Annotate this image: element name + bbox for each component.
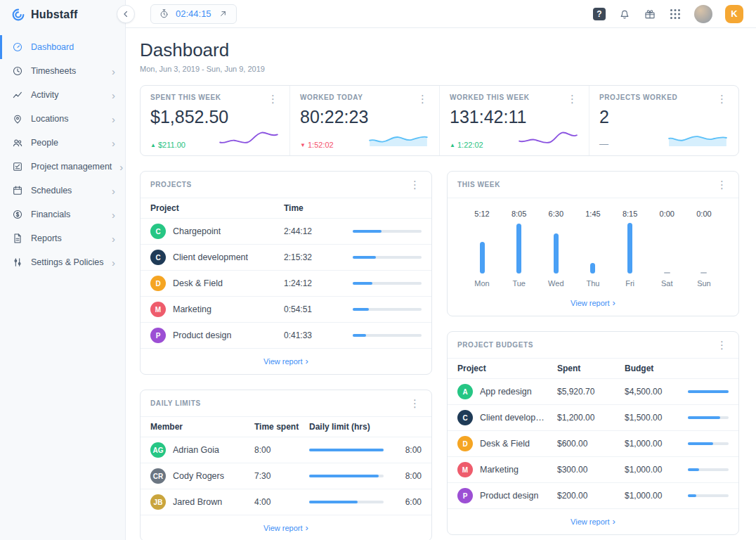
project-time: 0:41:33 [284,330,347,340]
member-row-adrian-goia[interactable]: AGAdrian Goia8:008:00 [141,437,431,463]
chevron-right-icon: › [306,523,308,532]
gift-icon[interactable] [644,8,656,20]
bar-value-label: 1:45 [585,210,600,218]
dashboard-content: Dashboard Mon, Jun 3, 2019 - Sun, Jun 9,… [126,28,756,540]
sidebar-item-timesheets[interactable]: Timesheets› [0,59,125,83]
budget-row-product-design[interactable]: PProduct design$200.00$1,000.00 [448,483,738,509]
locations-icon [12,113,23,124]
project-row-chargepoint[interactable]: CChargepoint2:44:12 [141,219,431,245]
chevron-right-icon: › [112,66,115,77]
this-week-card-menu-icon[interactable]: ⋮ [715,179,729,190]
project-management-icon [12,161,23,172]
progress-bar [309,475,384,477]
project-time: 0:54:51 [284,304,347,314]
budgets-view-report-link[interactable]: View report› [448,509,738,534]
item-name: Desk & Field [173,278,223,288]
chevron-right-icon: › [112,138,115,148]
organization-avatar[interactable]: K [725,5,743,23]
sidebar-item-schedules[interactable]: Schedules› [0,179,125,202]
sparkline-chart [367,129,429,149]
dashboard-icon [12,41,23,53]
topbar-actions: ? K [593,5,743,23]
avatar: D [457,436,473,451]
week-bar-thu: 1:45Thu [581,210,605,288]
week-bar-fri: 8:15Fri [618,210,642,288]
member-row-jared-brown[interactable]: JBJared Brown4:006:00 [141,489,431,515]
avatar: A [457,384,473,399]
progress-bar [688,468,729,471]
sidebar-item-locations[interactable]: Locations› [0,107,125,131]
budget-row-desk-field[interactable]: DDesk & Field$600.00$1,000.00 [448,431,738,457]
stat-menu-icon[interactable]: ⋮ [566,94,579,104]
stat-value: 131:42:11 [450,107,579,127]
daily-limits-view-report-link[interactable]: View report› [141,515,431,540]
projects-card-menu-icon[interactable]: ⋮ [408,179,422,190]
member-row-cody-rogers[interactable]: CRCody Rogers7:308:00 [141,463,431,489]
sidebar-item-financials[interactable]: Financials› [0,202,125,226]
avatar: C [150,224,166,239]
sidebar-item-dashboard[interactable]: Dashboard [0,35,125,59]
stat-projects-worked: PROJECTS WORKED⋮2— [589,86,738,155]
stat-menu-icon[interactable]: ⋮ [715,94,729,104]
stat-label: SPENT THIS WEEK [150,94,221,101]
projects-view-report-link[interactable]: View report› [141,349,431,374]
financials-icon [12,209,23,220]
spent-value: $200.00 [557,491,619,501]
project-time: 1:24:12 [284,278,347,288]
daily-limits-card-menu-icon[interactable]: ⋮ [408,398,422,409]
sidebar-item-people[interactable]: People› [0,131,125,155]
day-label: Sun [697,279,711,288]
col-member: Member [150,422,249,432]
stat-delta: ▲ 1:22:02 [450,141,483,149]
project-row-marketing[interactable]: MMarketing0:54:51 [141,297,431,323]
spent-value: $300.00 [557,465,619,475]
project-row-product-design[interactable]: PProduct design0:41:33 [141,323,431,349]
projects-table-header: Project Time [141,198,431,219]
budget-row-marketing[interactable]: MMarketing$300.00$1,000.00 [448,457,738,483]
budget-value: $4,500.00 [625,387,682,397]
day-label: Fri [625,279,634,288]
project-row-desk-field[interactable]: DDesk & Field1:24:12 [141,271,431,297]
user-avatar[interactable] [694,5,712,23]
sidebar-item-activity[interactable]: Activity› [0,83,125,107]
bar-value-label: 0:00 [660,210,674,218]
project-row-client-development[interactable]: CClient development2:15:32 [141,245,431,271]
budget-row-app-redesign[interactable]: AApp redesign$5,920.70$4,500.00 [448,379,738,405]
project-budgets-card-menu-icon[interactable]: ⋮ [715,340,729,350]
chevron-right-icon: › [112,90,115,101]
sidebar: Hubstaff DashboardTimesheets›Activity›Lo… [0,0,126,540]
open-timer-icon[interactable] [218,8,228,19]
daily-limit-value: 6:00 [389,497,422,507]
notifications-bell-icon[interactable] [618,8,631,20]
progress-bar [353,282,422,285]
sidebar-item-project-management[interactable]: Project management› [0,155,125,179]
sidebar-collapse-button[interactable] [117,5,135,23]
help-button[interactable]: ? [593,8,606,20]
budget-row-client-development[interactable]: CClient development$1,200.00$1,500.00 [448,405,738,431]
this-week-view-report-link[interactable]: View report› [448,290,738,316]
chevron-right-icon: › [112,114,115,124]
stopwatch-icon [159,8,169,19]
timer-widget[interactable]: 02:44:15 [150,4,237,24]
stat-menu-icon[interactable]: ⋮ [416,94,429,104]
zero-dash [664,272,670,274]
day-label: Wed [548,279,563,288]
avatar: P [457,488,473,503]
stat-menu-icon[interactable]: ⋮ [266,94,280,104]
daily-limit-value: 8:00 [389,471,422,481]
settings-icon [12,257,23,268]
app-root: Hubstaff DashboardTimesheets›Activity›Lo… [0,0,756,540]
stat-label: PROJECTS WORKED [599,94,677,101]
bar-value-label: 8:15 [623,210,637,218]
sidebar-item-label: Timesheets [31,66,76,76]
sidebar-item-settings-policies[interactable]: Settings & Policies› [0,250,125,274]
apps-grid-icon[interactable] [669,8,682,20]
brand-logo[interactable]: Hubstaff [0,0,125,30]
projects-table-body: CChargepoint2:44:12CClient development2:… [141,219,431,349]
schedules-icon [12,185,23,196]
avatar: CR [150,468,166,484]
stat-label: WORKED THIS WEEK [450,94,530,101]
sidebar-item-label: Reports [31,233,62,243]
daily-limits-table-header: Member Time spent Daily limit (hrs) [141,417,431,437]
sidebar-item-reports[interactable]: Reports› [0,226,125,250]
